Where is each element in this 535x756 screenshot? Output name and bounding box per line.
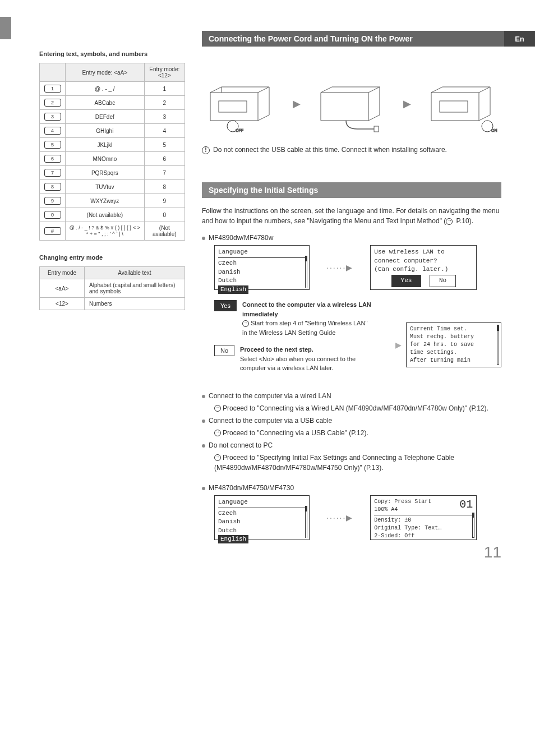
section-title-initial: Specifying the Initial Settings: [202, 182, 501, 198]
model-label-1: MF4890dw/MF4780w: [209, 234, 273, 242]
svg-rect-0: [219, 101, 247, 112]
printer-plug-icon: [312, 73, 391, 135]
svg-text:OFF: OFF: [236, 128, 243, 132]
time-set-screen: Current Time set. Must rechg. battery fo…: [406, 322, 501, 367]
section-title-power: Connecting the Power Cord and Turning ON…: [202, 31, 535, 47]
scrollbar-icon: [472, 513, 474, 538]
svg-text:ON: ON: [491, 128, 497, 132]
no-pc-title: Do not connect to PC: [209, 441, 273, 449]
language-screen-2: Language Czech Danish Dutch English: [214, 495, 310, 540]
ref-arrow-icon: [214, 430, 221, 436]
yes-button: Yes: [391, 275, 422, 287]
page-number: 11: [484, 543, 501, 561]
col-header-avail: Available text: [85, 267, 185, 279]
prohibit-icon: !: [202, 146, 210, 154]
entry-mode-table: Entry mode Available text <aA>Alphabet (…: [39, 266, 185, 310]
key-3: 3: [44, 113, 61, 121]
svg-rect-4: [440, 101, 468, 112]
ref-arrow-icon: [214, 454, 221, 461]
col-header-aA: Entry mode: <aA>: [66, 63, 145, 82]
usb-warning: ! Do not connect the USB cable at this t…: [202, 146, 501, 154]
language-screen: Language Czech Danish Dutch English: [214, 245, 310, 290]
bullet-icon: [202, 420, 205, 423]
copy-screen: Copy: Press Start 01 100% A4 Density: ±0…: [370, 495, 477, 540]
col-header-12: Entry mode: <12>: [144, 63, 185, 82]
wired-lan-title: Connect to the computer via a wired LAN: [209, 392, 331, 400]
key-entry-table: Entry mode: <aA> Entry mode: <12> 1@ . -…: [39, 63, 185, 241]
key-2: 2: [44, 99, 61, 107]
key-8: 8: [44, 183, 61, 191]
no-option-text: Proceed to the next step. Select <No> al…: [240, 345, 373, 373]
right-column: Connecting the Power Cord and Turning ON…: [202, 50, 501, 550]
bullet-icon: [202, 395, 205, 398]
key-5: 5: [44, 141, 61, 149]
ref-arrow-icon: [214, 405, 221, 412]
printer-diagram-row: OFF ▶ ▶ ON: [202, 73, 501, 135]
intro-text: Follow the instructions on the screen, s…: [202, 206, 501, 226]
bullet-icon: [202, 237, 205, 240]
dotted-arrow-icon: ······▶: [326, 513, 353, 522]
left-column: Entering text, symbols, and numbers Entr…: [39, 50, 185, 550]
arrow-right-icon: ▶: [403, 98, 411, 110]
printer-on-icon: ON: [423, 73, 501, 135]
wlan-prompt-screen: Use wireless LAN to connect computer? (C…: [370, 245, 477, 290]
scrollbar-icon: [305, 506, 307, 538]
key-hash: #: [44, 227, 61, 235]
bullet-icon: [202, 487, 205, 490]
svg-rect-3: [374, 126, 379, 132]
key-0: 0: [44, 211, 61, 219]
printer-off-icon: OFF: [202, 73, 280, 135]
heading-entering-text: Entering text, symbols, and numbers: [39, 50, 185, 57]
col-header-mode: Entry mode: [40, 267, 85, 279]
copy-count: 01: [459, 497, 473, 513]
scrollbar-icon: [305, 256, 307, 288]
bullet-icon: [202, 444, 205, 448]
key-9: 9: [44, 197, 61, 205]
dotted-arrow-icon: ······▶: [326, 263, 353, 272]
no-label: No: [214, 345, 234, 356]
ref-arrow-icon: [242, 320, 249, 327]
ref-arrow-icon: [446, 218, 453, 225]
arrow-right-icon: ▶: [293, 98, 301, 110]
scrollbar-icon: [497, 325, 499, 365]
yes-label: Yes: [214, 300, 237, 311]
heading-changing-mode: Changing entry mode: [39, 254, 185, 261]
usb-title: Connect to the computer via a USB cable: [209, 417, 332, 425]
arrow-right-icon: ▶: [395, 340, 402, 349]
key-6: 6: [44, 155, 61, 163]
yes-option-text: Connect to the computer via a wireless L…: [242, 300, 373, 337]
key-4: 4: [44, 127, 61, 135]
model-label-2: MF4870dn/MF4750/MF4730: [209, 484, 294, 492]
key-7: 7: [44, 169, 61, 177]
key-1: 1: [44, 85, 61, 93]
margin-tab: [0, 17, 11, 39]
no-button: No: [430, 275, 456, 287]
language-tab: En: [504, 31, 535, 47]
